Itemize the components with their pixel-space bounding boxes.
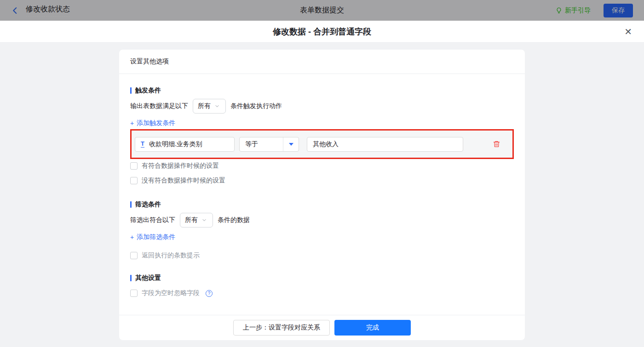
trash-icon	[493, 140, 500, 148]
section-accent-bar	[130, 275, 132, 281]
condition-field-value: 收款明细.业务类别	[149, 140, 202, 148]
dialog-header: 修改数据 - 合并到普通字段 ✕	[0, 21, 644, 43]
dropdown-arrow-icon	[289, 143, 293, 146]
condition-value-text: 其他收入	[313, 140, 339, 148]
add-filter-condition-link[interactable]: + 添加筛选条件	[130, 233, 175, 241]
ignore-empty-label: 字段为空时忽略字段	[142, 289, 200, 297]
trigger-match-sentence: 输出表数据满足以下 所有 条件触发执行动作	[130, 99, 514, 114]
trigger-section-title: 触发条件	[130, 87, 514, 94]
previous-step-button[interactable]: 上一步：设置字段对应关系	[233, 320, 330, 336]
filter-match-select[interactable]: 所有	[180, 213, 213, 228]
lightbulb-icon	[555, 7, 563, 14]
return-count-row: 返回执行的条数提示	[130, 251, 514, 260]
chevron-down-icon	[214, 103, 220, 109]
text-field-type-icon: T	[141, 141, 144, 148]
beginner-guide-link[interactable]: 新手引导	[555, 6, 591, 15]
top-nav-bar: 修改收款状态 表单数据提交 新手引导 保存	[0, 0, 644, 21]
no-match-setting-row: 没有符合数据操作时候的设置	[130, 176, 514, 185]
no-match-label: 没有符合数据操作时候的设置	[142, 176, 225, 185]
plus-icon: +	[130, 233, 134, 241]
panel-section-header: 设置其他选项	[119, 50, 525, 74]
done-button[interactable]: 完成	[334, 320, 411, 336]
condition-operator-value: 等于	[240, 140, 283, 148]
has-match-setting-row: 有符合数据操作时候的设置	[130, 162, 514, 170]
back-icon[interactable]	[11, 6, 19, 15]
ignore-empty-checkbox[interactable]	[130, 290, 138, 297]
dialog-title: 修改数据 - 合并到普通字段	[273, 26, 371, 37]
trigger-match-select[interactable]: 所有	[193, 99, 226, 114]
ignore-empty-row: 字段为空时忽略字段 ?	[130, 289, 514, 297]
delete-condition-button[interactable]	[493, 140, 500, 148]
has-match-checkbox[interactable]	[130, 162, 138, 170]
trigger-sentence-prefix: 输出表数据满足以下	[130, 102, 188, 110]
close-icon[interactable]: ✕	[624, 27, 632, 36]
options-panel: 设置其他选项 触发条件 输出表数据满足以下 所有 条件触发执行动作 + 添加触发…	[119, 50, 525, 340]
filter-match-sentence: 筛选出符合以下 所有 条件的数据	[130, 213, 514, 228]
help-icon[interactable]: ?	[206, 290, 213, 297]
return-count-checkbox[interactable]	[130, 252, 138, 259]
trigger-sentence-suffix: 条件触发执行动作	[230, 102, 282, 110]
save-button[interactable]: 保存	[604, 4, 633, 17]
filter-section-title: 筛选条件	[130, 201, 514, 208]
dialog-body: 设置其他选项 触发条件 输出表数据满足以下 所有 条件触发执行动作 + 添加触发…	[0, 50, 644, 347]
condition-value-input[interactable]: 其他收入	[307, 137, 463, 152]
node-name-label[interactable]: 修改收款状态	[26, 5, 70, 17]
condition-operator-select[interactable]: 等于	[239, 137, 299, 152]
section-accent-bar	[130, 87, 132, 94]
chevron-down-icon	[201, 217, 207, 223]
other-section-title: 其他设置	[130, 274, 514, 282]
operator-dropdown-zone[interactable]	[283, 137, 299, 151]
page-title: 表单数据提交	[300, 6, 344, 15]
section-accent-bar	[130, 201, 132, 208]
filter-sentence-prefix: 筛选出符合以下	[130, 216, 175, 224]
filter-sentence-suffix: 条件的数据	[218, 216, 250, 224]
has-match-label: 有符合数据操作时候的设置	[142, 162, 219, 170]
return-count-label: 返回执行的条数提示	[142, 251, 200, 260]
condition-field-input[interactable]: T 收款明细.业务类别	[135, 137, 235, 152]
plus-icon: +	[130, 119, 134, 127]
panel-footer: 上一步：设置字段对应关系 完成	[119, 315, 525, 340]
add-trigger-condition-link[interactable]: + 添加触发条件	[130, 119, 175, 127]
beginner-guide-label: 新手引导	[565, 6, 591, 15]
trigger-condition-row: T 收款明细.业务类别 等于 其他收入	[130, 129, 514, 159]
no-match-checkbox[interactable]	[130, 177, 138, 184]
